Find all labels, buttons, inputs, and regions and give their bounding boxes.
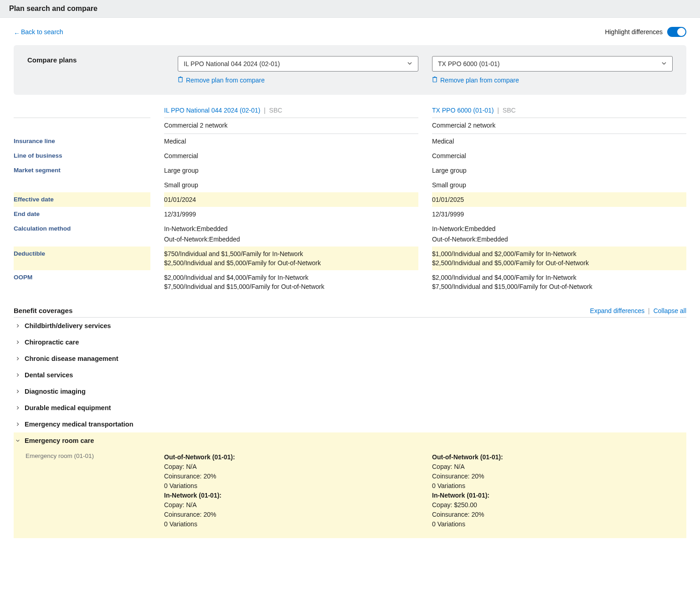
trash-icon — [178, 76, 183, 84]
cell-value: 12/31/9999 — [432, 207, 686, 221]
remove-plan-b-label: Remove plan from compare — [440, 77, 519, 84]
cell-value: Out-of-Network:Embedded — [164, 236, 418, 247]
cell-value: Medical — [432, 134, 686, 149]
compare-panel: Compare plans IL PPO National 044 2024 (… — [14, 45, 686, 95]
svg-rect-0 — [179, 77, 182, 82]
cell-value: 01/01/2024 — [164, 192, 418, 207]
cell-value: 12/31/9999 — [164, 207, 418, 221]
er-plan-b-detail: Out-of-Network (01-01): Copay: N/A Coins… — [432, 452, 686, 529]
plan-data-grid: IL PPO National 044 2024 (02-01) | SBC T… — [14, 103, 686, 294]
benefit-row[interactable]: Diagnostic imaging — [14, 383, 686, 400]
benefit-row[interactable]: Chiropractic care — [14, 334, 686, 350]
plan-b-sbc[interactable]: SBC — [503, 107, 516, 114]
chevron-down-icon — [407, 60, 412, 67]
row-label-oopm: OOPM — [14, 270, 150, 282]
chevron-right-icon — [15, 322, 20, 329]
benefit-row[interactable]: Durable medical equipment — [14, 400, 686, 416]
arrow-left-icon — [14, 30, 18, 34]
cell-value: $2,000/Individual and $4,000/Family for … — [432, 270, 686, 282]
cell-value: Out-of-Network:Embedded — [432, 236, 686, 247]
benefit-label: Chronic disease management — [25, 355, 118, 362]
row-label-end-date: End date — [14, 207, 150, 221]
er-plan-a-detail: Out-of-Network (01-01): Copay: N/A Coins… — [164, 452, 418, 529]
benefit-label: Durable medical equipment — [25, 404, 111, 411]
benefit-label: Chiropractic care — [25, 339, 79, 346]
benefit-row[interactable]: Childbirth/delivery services — [14, 318, 686, 334]
highlight-toggle-label: Highlight differences — [605, 28, 663, 36]
plan-b-network: Commercial 2 network — [432, 118, 686, 134]
cell-value: $2,500/Individual and $5,000/Family for … — [432, 258, 686, 270]
cell-value: Large group — [432, 163, 686, 178]
cell-value: Commercial — [432, 149, 686, 163]
benefit-label: Dental services — [25, 371, 73, 379]
cell-value: $2,000/Individual and $4,000/Family for … — [164, 270, 418, 282]
row-label-market-segment: Market segment — [14, 163, 150, 178]
highlight-differences-toggle[interactable] — [667, 27, 686, 37]
row-label-calc-method: Calculation method — [14, 221, 150, 236]
cell-value: $7,500/Individual and $15,000/Family for… — [432, 282, 686, 294]
back-to-search-link[interactable]: Back to search — [14, 28, 63, 36]
cell-value: Commercial — [164, 149, 418, 163]
cell-value: 01/01/2025 — [432, 192, 686, 207]
cell-value: In-Network:Embedded — [432, 221, 686, 236]
cell-value: $7,500/Individual and $15,000/Family for… — [164, 282, 418, 294]
row-label-effective-date: Effective date — [14, 192, 150, 207]
benefit-label: Emergency medical transportation — [25, 421, 134, 428]
row-label-deductible: Deductible — [14, 247, 150, 258]
benefits-accordion: Childbirth/delivery servicesChiropractic… — [14, 318, 686, 449]
plan-a-select-value: IL PPO National 044 2024 (02-01) — [184, 60, 280, 67]
row-label-insurance-line: Insurance line — [14, 134, 150, 149]
chevron-down-icon — [661, 60, 667, 67]
back-link-label: Back to search — [21, 28, 63, 36]
benefit-row[interactable]: Chronic disease management — [14, 350, 686, 367]
collapse-all-link[interactable]: Collapse all — [654, 307, 686, 314]
benefit-label: Emergency room care — [25, 437, 94, 444]
benefit-coverages-title: Benefit coverages — [14, 307, 72, 314]
cell-value: Large group — [164, 163, 418, 178]
benefit-label: Childbirth/delivery services — [25, 322, 111, 329]
plan-a-select[interactable]: IL PPO National 044 2024 (02-01) — [178, 56, 418, 72]
benefit-row[interactable]: Emergency medical transportation — [14, 416, 686, 432]
cell-value: In-Network:Embedded — [164, 221, 418, 236]
chevron-right-icon — [15, 404, 20, 411]
svg-rect-3 — [433, 77, 437, 82]
compare-panel-title: Compare plans — [27, 56, 164, 64]
remove-plan-a-label: Remove plan from compare — [186, 77, 265, 84]
chevron-right-icon — [15, 339, 20, 346]
cell-value: $2,500/Individual and $5,000/Family for … — [164, 258, 418, 270]
cell-value: $750/Individual and $1,500/Family for In… — [164, 247, 418, 258]
er-sub-label: Emergency room (01-01) — [14, 452, 150, 529]
toggle-knob — [677, 28, 685, 36]
benefit-row[interactable]: Emergency room care — [14, 432, 686, 449]
cell-value: Small group — [164, 178, 418, 192]
chevron-right-icon — [15, 371, 20, 379]
cell-value: Small group — [432, 178, 686, 192]
row-label-lob: Line of business — [14, 149, 150, 163]
cell-value: Medical — [164, 134, 418, 149]
plan-b-link[interactable]: TX PPO 6000 (01-01) — [432, 107, 494, 114]
plan-b-select[interactable]: TX PPO 6000 (01-01) — [432, 56, 673, 72]
trash-icon — [432, 76, 438, 84]
plan-b-select-value: TX PPO 6000 (01-01) — [438, 60, 499, 67]
cell-value: $1,000/Individual and $2,000/Family for … — [432, 247, 686, 258]
remove-plan-a-link[interactable]: Remove plan from compare — [178, 76, 265, 84]
plan-a-sbc[interactable]: SBC — [269, 107, 283, 114]
page-header: Plan search and compare — [0, 0, 700, 18]
plan-a-link[interactable]: IL PPO National 044 2024 (02-01) — [164, 107, 260, 114]
expand-differences-link[interactable]: Expand differences — [590, 307, 645, 314]
er-detail-panel: Emergency room (01-01) Out-of-Network (0… — [14, 449, 686, 538]
chevron-right-icon — [15, 421, 20, 428]
plan-a-network: Commercial 2 network — [164, 118, 418, 134]
benefit-row[interactable]: Dental services — [14, 367, 686, 383]
remove-plan-b-link[interactable]: Remove plan from compare — [432, 76, 519, 84]
page-title: Plan search and compare — [9, 5, 691, 13]
benefit-label: Diagnostic imaging — [25, 388, 86, 395]
chevron-down-icon — [15, 437, 20, 444]
chevron-right-icon — [15, 355, 20, 362]
chevron-right-icon — [15, 388, 20, 395]
